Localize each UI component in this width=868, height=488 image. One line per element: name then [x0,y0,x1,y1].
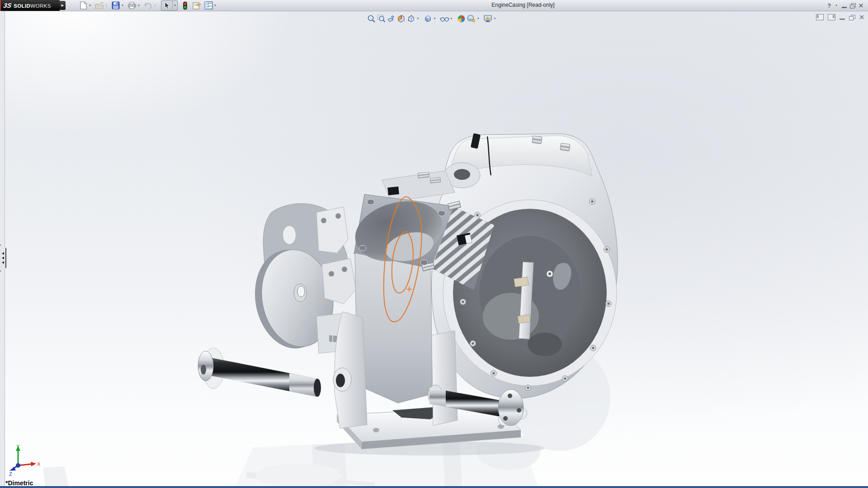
toggle-left-pane-button[interactable] [816,14,824,20]
save-button[interactable] [111,1,120,10]
previous-view-icon [387,14,396,23]
x-axis-arrow [31,462,36,466]
collapse-left-arrow-icon [2,252,4,255]
file-properties-icon [192,1,201,10]
previous-view-button[interactable] [386,14,396,23]
reference-triad: Y X Z [6,443,42,478]
chevron-down-icon[interactable]: ▾ [476,14,480,23]
options-checklist-icon [204,1,213,9]
zoom-to-area-icon [377,14,386,23]
window-controls: ? ▾ ✕ [827,0,863,11]
toggle-left-pane-icon [816,14,824,20]
chevron-down-icon[interactable]: ▾ [172,1,177,10]
feature-manager-collapse-tab[interactable] [0,244,6,272]
flyout-right-arrow-icon: ▶ [61,4,64,7]
print-button[interactable] [127,1,137,10]
view-orientation-label: *Dimetric [5,479,33,487]
toggle-right-pane-button[interactable] [828,14,835,20]
file-properties-button[interactable] [192,1,201,10]
left-stand-column[interactable] [333,312,367,428]
select-tool-button[interactable]: ▾ [161,0,178,11]
close-button[interactable]: ✕ [859,2,863,9]
collapse-left-arrow-icon [2,257,4,259]
window-title: EngineCasing [Read-only] [491,2,554,8]
chevron-down-icon[interactable]: ▾ [433,14,437,23]
z-axis-label: Z [9,471,12,477]
printer-icon [127,1,137,9]
options-button[interactable] [204,1,213,10]
zoom-to-area-button[interactable] [376,14,386,23]
document-window-controls: ✕ [816,14,864,21]
restore-icon [850,3,855,8]
view-settings-icon [483,14,492,23]
zoom-to-fit-icon [367,14,376,23]
open-folder-icon [95,1,104,9]
new-document-button[interactable] [79,1,88,10]
new-document-icon [80,1,87,9]
apply-scene-icon [467,14,476,23]
toggle-right-pane-icon [828,14,835,20]
minimize-button[interactable] [842,3,847,8]
collapse-left-arrow-icon [2,261,4,264]
stoplight-icon [183,1,188,10]
minimize-document-button[interactable] [840,14,845,20]
appearance-ball-icon [457,14,466,23]
solidworks-window: 3S SOLIDWORKS ▶ ▾ [0,0,868,488]
display-style-icon [424,14,432,23]
chevron-down-icon[interactable]: ▾ [493,14,497,23]
select-cursor-icon [162,1,171,10]
chevron-down-icon[interactable]: ▾ [88,1,92,10]
view-orientation-button[interactable] [406,14,416,23]
chevron-down-icon[interactable]: ▾ [834,1,839,10]
dassault-3s-logo-icon: 3S [3,2,12,9]
restore-button[interactable] [850,3,855,8]
heads-up-view-toolbar: ▾ ▾ ▾ [366,13,497,24]
view-orientation-icon [407,14,415,23]
section-view-button[interactable] [396,14,406,23]
left-support-shaft[interactable] [198,348,321,397]
open-button[interactable] [95,1,104,10]
menu-flyout-button[interactable]: ▶ [60,1,66,10]
display-style-button[interactable] [423,14,433,23]
eyeglasses-icon [440,14,449,23]
apply-scene-button[interactable] [466,14,476,23]
chevron-down-icon[interactable]: ▾ [213,1,217,10]
close-document-button[interactable]: ✕ [859,14,864,21]
stoplight-button[interactable] [180,1,189,10]
solidworks-logo: 3S SOLIDWORKS [0,0,60,11]
chevron-down-icon: ▾ [153,1,157,10]
section-view-icon [397,14,406,23]
edit-appearance-button[interactable] [456,14,466,23]
x-axis-label: X [37,461,41,467]
chevron-down-icon[interactable]: ▾ [416,14,420,23]
brand-text-works: WORKS [30,3,51,9]
save-floppy-icon [112,1,120,9]
help-button[interactable]: ? [827,2,831,9]
undo-button [144,1,153,10]
chevron-down-icon[interactable]: ▾ [120,1,125,10]
hide-show-items-button[interactable] [439,14,449,23]
engine-casing-model[interactable] [0,11,868,486]
chevron-down-icon: ▾ [104,1,108,10]
restore-document-icon [849,15,855,20]
graphics-viewport[interactable]: ▾ ▾ ▾ [0,11,868,486]
brand-text-solid: SOLID [14,3,30,9]
undo-arrow-icon [144,1,153,9]
logo-left-accent [0,0,1,11]
y-axis-label: Y [16,444,20,449]
chevron-down-icon[interactable]: ▾ [137,1,141,10]
view-settings-button[interactable] [483,14,493,23]
zoom-to-fit-button[interactable] [366,14,376,23]
bottom-window-edge [0,486,868,488]
restore-document-button[interactable] [849,15,855,20]
standard-toolbar: ▾ ▾ ▾ [76,0,217,11]
title-bar: 3S SOLIDWORKS ▶ ▾ [0,0,868,11]
chevron-down-icon[interactable]: ▾ [449,14,453,23]
